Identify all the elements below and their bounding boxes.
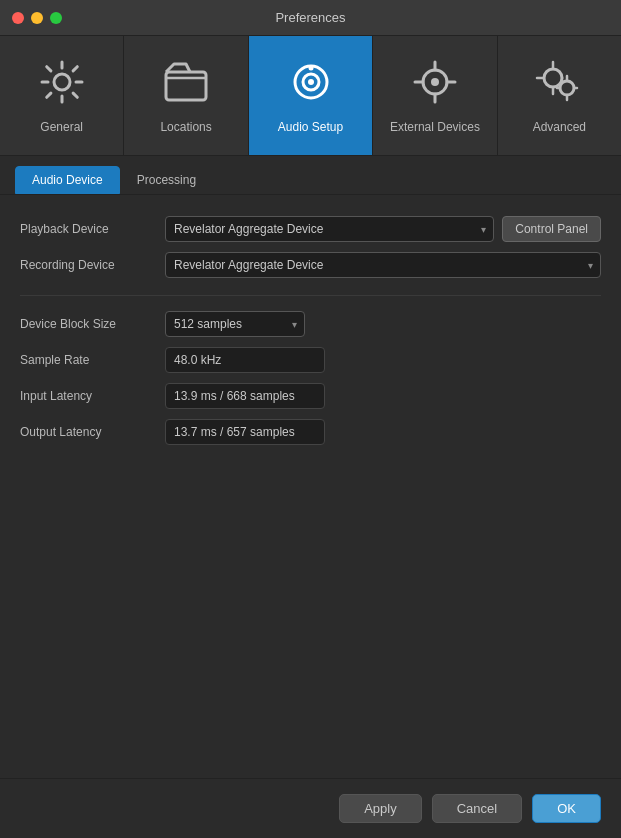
window-title: Preferences	[275, 10, 345, 25]
svg-point-9	[560, 81, 574, 95]
recording-device-select-wrapper: Revelator Aggregate Device ▾	[165, 252, 601, 278]
recording-device-label: Recording Device	[20, 258, 165, 272]
sub-tabs: Audio Device Processing	[0, 156, 621, 195]
advanced-icon	[535, 58, 583, 112]
tab-general-label: General	[40, 120, 83, 134]
output-latency-control: 13.7 ms / 657 samples	[165, 419, 601, 445]
block-size-select[interactable]: 512 samples 256 samples 1024 samples	[165, 311, 305, 337]
playback-device-control: Revelator Aggregate Device ▾ Control Pan…	[165, 216, 601, 242]
recording-device-control: Revelator Aggregate Device ▾	[165, 252, 601, 278]
tab-external-devices-label: External Devices	[390, 120, 480, 134]
tab-advanced-label: Advanced	[533, 120, 586, 134]
sample-rate-label: Sample Rate	[20, 353, 165, 367]
gear-icon	[38, 58, 86, 112]
output-latency-label: Output Latency	[20, 425, 165, 439]
input-latency-value: 13.9 ms / 668 samples	[165, 383, 325, 409]
tab-advanced[interactable]: Advanced	[498, 36, 621, 155]
playback-device-label: Playback Device	[20, 222, 165, 236]
tab-general[interactable]: General	[0, 36, 124, 155]
divider-1	[20, 295, 601, 296]
device-block-size-control: 512 samples 256 samples 1024 samples ▾	[165, 311, 601, 337]
close-button[interactable]	[12, 12, 24, 24]
control-panel-button[interactable]: Control Panel	[502, 216, 601, 242]
svg-rect-1	[166, 72, 206, 100]
block-size-select-wrapper: 512 samples 256 samples 1024 samples ▾	[165, 311, 305, 337]
output-latency-row: Output Latency 13.7 ms / 657 samples	[20, 418, 601, 446]
apply-button[interactable]: Apply	[339, 794, 422, 823]
sample-rate-control: 48.0 kHz	[165, 347, 601, 373]
footer: Apply Cancel OK	[0, 778, 621, 838]
device-block-size-row: Device Block Size 512 samples 256 sample…	[20, 310, 601, 338]
device-block-size-label: Device Block Size	[20, 317, 165, 331]
input-latency-control: 13.9 ms / 668 samples	[165, 383, 601, 409]
playback-device-select[interactable]: Revelator Aggregate Device	[165, 216, 494, 242]
output-latency-value: 13.7 ms / 657 samples	[165, 419, 325, 445]
svg-point-5	[308, 65, 313, 70]
svg-point-4	[308, 79, 314, 85]
sample-rate-row: Sample Rate 48.0 kHz	[20, 346, 601, 374]
playback-device-select-wrapper: Revelator Aggregate Device ▾	[165, 216, 494, 242]
svg-point-7	[431, 78, 439, 86]
tab-locations[interactable]: Locations	[124, 36, 248, 155]
ok-button[interactable]: OK	[532, 794, 601, 823]
maximize-button[interactable]	[50, 12, 62, 24]
sub-tab-processing[interactable]: Processing	[120, 166, 213, 194]
folder-icon	[162, 58, 210, 112]
sub-tab-audio-device[interactable]: Audio Device	[15, 166, 120, 194]
playback-device-row: Playback Device Revelator Aggregate Devi…	[20, 215, 601, 243]
recording-device-row: Recording Device Revelator Aggregate Dev…	[20, 251, 601, 279]
external-devices-icon	[411, 58, 459, 112]
tab-locations-label: Locations	[160, 120, 211, 134]
input-latency-row: Input Latency 13.9 ms / 668 samples	[20, 382, 601, 410]
recording-device-select[interactable]: Revelator Aggregate Device	[165, 252, 601, 278]
cancel-button[interactable]: Cancel	[432, 794, 522, 823]
nav-tabs: General Locations Audio Setup	[0, 36, 621, 156]
input-latency-label: Input Latency	[20, 389, 165, 403]
tab-external-devices[interactable]: External Devices	[373, 36, 497, 155]
tab-audio-setup[interactable]: Audio Setup	[249, 36, 373, 155]
title-bar: Preferences	[0, 0, 621, 36]
main-content: Playback Device Revelator Aggregate Devi…	[0, 195, 621, 482]
device-section: Playback Device Revelator Aggregate Devi…	[20, 215, 601, 279]
traffic-lights	[12, 12, 62, 24]
tab-audio-setup-label: Audio Setup	[278, 120, 343, 134]
svg-point-8	[544, 69, 562, 87]
sample-rate-value: 48.0 kHz	[165, 347, 325, 373]
svg-point-0	[54, 74, 70, 90]
minimize-button[interactable]	[31, 12, 43, 24]
device-info-section: Device Block Size 512 samples 256 sample…	[20, 310, 601, 446]
audio-icon	[287, 58, 335, 112]
